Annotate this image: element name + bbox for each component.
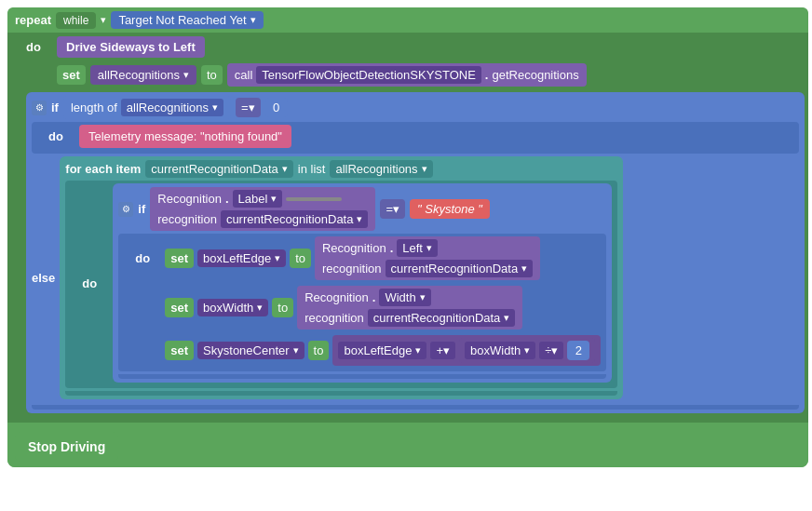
plus-block: boxLeftEdge ▾ +▾ (332, 335, 601, 366)
telemetry-block[interactable]: Telemetry message: "nothing found" (79, 125, 291, 148)
recognition-label-block: Recognition . Label ▾ (150, 187, 375, 231)
inner-do-content: do set boxLeftEdge ▾ to (135, 236, 601, 369)
do-label-2: do (48, 129, 74, 143)
drive-row: do Drive Sideways to Left (26, 36, 805, 58)
set-keyword-4: set (165, 341, 194, 360)
inner-if-do: do set boxLeftEdge ▾ to (118, 234, 606, 371)
in-list-label: in list (298, 162, 326, 176)
else-keyword: else (32, 269, 55, 287)
recog-left-block: Recognition . Left ▾ (315, 236, 540, 280)
else-section: else for each item currentRecognitionDat… (32, 156, 799, 402)
boxwidth-div-var[interactable]: boxWidth ▾ (465, 342, 535, 359)
skystonecenter-var[interactable]: SkystoneCenter ▾ (197, 342, 304, 359)
do-label-1: do (26, 40, 52, 54)
set-recognitions-row: set allRecognitions ▾ to call TensorFlow… (26, 63, 805, 87)
while-dropdown[interactable]: while (56, 12, 96, 29)
repeat-label: repeat (15, 13, 51, 27)
div-operator[interactable]: ÷▾ (539, 342, 563, 359)
stop-button[interactable]: Stop Driving (15, 432, 118, 462)
condition-block: Target Not Reached Yet ▾ (111, 11, 263, 29)
stop-row: Stop Driving (7, 423, 808, 467)
do-label-row: do Telemetry message: "nothing found" (48, 125, 793, 148)
set-boxwidth-row: set boxWidth ▾ to (135, 286, 601, 329)
to-keyword-3: to (272, 298, 293, 317)
inner-eq-block[interactable]: =▾ (380, 199, 405, 219)
current-recog-width-var[interactable]: currentRecognitionData ▾ (368, 309, 516, 327)
zero-num: 0 (265, 98, 288, 117)
recognition-label-line2: recognition currentRecognitionData ▾ (157, 210, 368, 228)
to-keyword-2: to (290, 249, 311, 268)
inner-if-keyword: if (138, 202, 145, 216)
boxleftedge-var[interactable]: boxLeftEdge ▾ (197, 249, 286, 267)
blank-input[interactable] (286, 197, 342, 201)
to-keyword: to (201, 65, 223, 85)
boxleftedge-plus-var[interactable]: boxLeftEdge ▾ (338, 342, 426, 359)
current-recog-var[interactable]: currentRecognitionData ▾ (145, 160, 293, 178)
call-block: call TensorFlowObjectDetectionSKYSTONE .… (227, 63, 587, 87)
recog-width-block: Recognition . Width ▾ (297, 286, 522, 329)
inner-if-footer (118, 374, 606, 379)
inner-gear-icon[interactable]: ⚙ (118, 202, 133, 217)
inner-if-block: ⚙ if Recognition . (113, 183, 612, 383)
set-keyword-3: set (165, 298, 194, 317)
for-each-block: for each item currentRecognitionData ▾ i… (60, 156, 623, 399)
if-block: ⚙ if length of allRecognitions ▾ =▾ 0 (26, 92, 805, 413)
tensorflow-var[interactable]: TensorFlowObjectDetectionSKYSTONE (256, 66, 481, 84)
length-block: length of allRecognitions ▾ (63, 96, 231, 119)
set-boxleftedge-row: do set boxLeftEdge ▾ to (135, 236, 601, 280)
if-keyword: if (51, 101, 59, 114)
do-label-4: do (135, 251, 161, 265)
boxwidth-var[interactable]: boxWidth ▾ (197, 299, 268, 316)
left-prop[interactable]: Left ▾ (397, 239, 438, 257)
set-keyword: set (57, 65, 86, 85)
if-header: ⚙ if length of allRecognitions ▾ =▾ 0 (32, 96, 799, 119)
recognition-label-line1: Recognition . Label ▾ (157, 190, 368, 208)
inner-if-header: ⚙ if Recognition . (118, 187, 606, 231)
gear-icon[interactable]: ⚙ (32, 101, 47, 115)
allrecognitions-var[interactable]: allRecognitions ▾ (90, 65, 196, 85)
current-recog-label-var[interactable]: currentRecognitionData ▾ (221, 210, 369, 228)
else-label-row: else for each item currentRecognitionDat… (32, 156, 799, 399)
label-prop[interactable]: Label ▾ (233, 190, 283, 208)
set-keyword-2: set (165, 249, 194, 268)
for-each-do: do ⚙ if Recogniti (65, 181, 617, 388)
repeat-body: do Drive Sideways to Left set allRecogni… (7, 33, 808, 417)
repeat-block: repeat while ▾ Target Not Reached Yet ▾ … (7, 7, 808, 467)
for-each-header: for each item currentRecognitionData ▾ i… (65, 160, 617, 178)
condition-dropdown[interactable]: ▾ (250, 14, 256, 26)
condition-label: Target Not Reached Yet (118, 13, 246, 27)
if-do-section: do Telemetry message: "nothing found" (32, 122, 799, 154)
if-footer (32, 405, 799, 410)
drive-sideways-block[interactable]: Drive Sideways to Left (57, 36, 205, 58)
to-keyword-4: to (308, 341, 330, 360)
skystone-string: " Skystone " (410, 199, 490, 219)
two-num: 2 (567, 341, 589, 360)
for-each-label: for each item (65, 162, 141, 176)
width-prop[interactable]: Width ▾ (379, 289, 430, 306)
allrecognitions-list-var[interactable]: allRecognitions ▾ (330, 160, 432, 178)
set-skystonecenter-row: set SkystoneCenter ▾ to (135, 335, 601, 366)
divide-block: boxWidth ▾ ÷▾ 2 (459, 338, 595, 363)
current-recog-left-var[interactable]: currentRecognitionData ▾ (386, 260, 534, 277)
do-label-3: do (82, 276, 108, 290)
for-each-footer (65, 391, 617, 396)
repeat-header: repeat while ▾ Target Not Reached Yet ▾ (7, 7, 808, 33)
eq-block[interactable]: =▾ (236, 98, 261, 117)
allrecognitions-length-var[interactable]: allRecognitions ▾ (121, 99, 223, 116)
for-each-do-label: do ⚙ if Recogniti (82, 183, 612, 383)
